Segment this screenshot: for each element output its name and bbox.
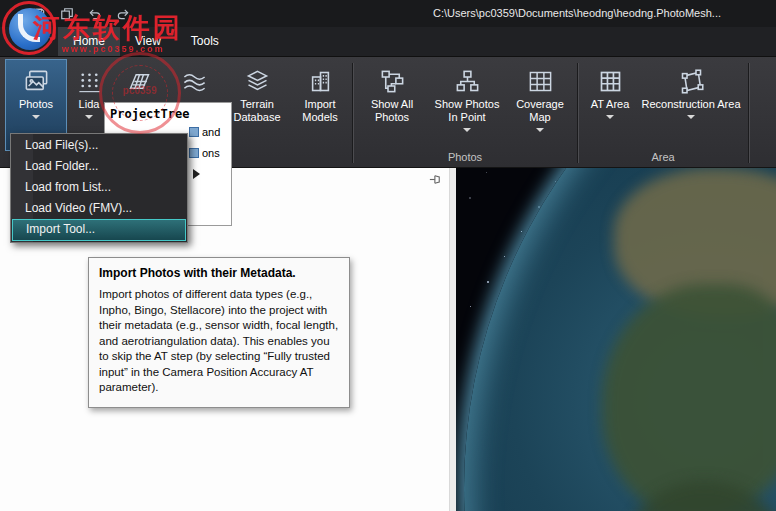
landmass-central	[602, 284, 776, 511]
tab-home[interactable]: Home	[58, 27, 120, 56]
menu-item-load-folder[interactable]: Load Folder...	[12, 156, 186, 177]
tab-tools[interactable]: Tools	[176, 27, 234, 56]
show-photos-in-point-button[interactable]: Show Photos In Point	[427, 60, 507, 150]
project-tree-title: ProjectTree	[105, 103, 231, 121]
titlebar: C:\Users\pc0359\Documents\heodng\heodng.…	[0, 0, 776, 27]
star	[470, 306, 471, 307]
coverage-map-button[interactable]: Coverage Map	[507, 60, 573, 150]
chevron-down-icon	[32, 115, 40, 119]
tooltip-body: Import photos of different data types (e…	[99, 287, 339, 396]
save-icon[interactable]	[30, 5, 47, 22]
at-area-icon	[597, 64, 624, 98]
tree-node-icon	[189, 127, 199, 137]
menu-item-load-from-list[interactable]: Load from List...	[12, 177, 186, 198]
ribbon-separator	[577, 63, 578, 163]
ribbon-group-area: AT Area Reconstruction Area Area	[582, 60, 744, 167]
star	[521, 231, 522, 232]
quick-access-toolbar	[30, 5, 131, 22]
ribbon-group-area-label: Area	[582, 150, 744, 167]
undo-icon[interactable]	[86, 5, 103, 22]
tab-view[interactable]: View	[120, 27, 176, 56]
at-area-button[interactable]: AT Area	[582, 60, 638, 150]
coverage-map-icon	[527, 64, 554, 98]
tooltip-title: Import Photos with their Metadata.	[99, 266, 339, 280]
at-area-label: AT Area	[591, 98, 630, 111]
star	[487, 281, 489, 283]
ribbon-tabbar: Home View Tools	[0, 27, 776, 56]
star	[486, 172, 487, 173]
ribbon-group-photos-label: Photos	[357, 150, 573, 167]
show-photos-in-point-label: Show Photos In Point	[430, 98, 504, 124]
photos-dropdown-menu: Load File(s)... Load Folder... Load from…	[10, 133, 188, 243]
chevron-down-icon	[536, 128, 544, 132]
show-photos-in-point-icon	[454, 64, 481, 98]
window-icon[interactable]	[58, 5, 75, 22]
pin-icon[interactable]	[428, 172, 443, 191]
reconstruction-area-button[interactable]: Reconstruction Area	[638, 60, 744, 150]
reconstruction-area-icon	[678, 64, 705, 98]
panel-splitter[interactable]	[449, 168, 456, 511]
grid-3d-icon	[126, 64, 153, 98]
terrain-database-label: Terrain Database	[225, 98, 289, 124]
tree-node-icon	[189, 148, 199, 158]
chevron-down-icon	[85, 115, 93, 119]
import-models-label: Import Models	[295, 98, 345, 124]
terrain-waves-icon	[181, 64, 208, 98]
show-all-photos-icon	[379, 64, 406, 98]
ribbon-separator	[352, 63, 353, 163]
show-all-photos-label: Show All Photos	[360, 98, 424, 124]
chevron-down-icon	[606, 115, 614, 119]
terrain-database-button[interactable]: Terrain Database	[222, 60, 292, 150]
ribbon-separator	[748, 63, 749, 163]
chevron-down-icon	[463, 128, 471, 132]
import-models-button[interactable]: Import Models	[292, 60, 348, 150]
globe-viewport[interactable]	[456, 168, 776, 511]
tree-item-label: and	[202, 126, 220, 138]
coverage-map-label: Coverage Map	[510, 98, 570, 124]
ribbon-group-photos: Show All Photos Show Photos In Point Cov…	[357, 60, 573, 167]
lidar-button-label: Lida	[79, 98, 100, 111]
database-layers-icon	[244, 64, 271, 98]
reconstruction-area-label: Reconstruction Area	[641, 98, 740, 111]
document-path: C:\Users\pc0359\Documents\heodng\heodng.…	[433, 7, 721, 19]
show-all-photos-button[interactable]: Show All Photos	[357, 60, 427, 150]
menu-item-load-files[interactable]: Load File(s)...	[12, 135, 186, 156]
menu-item-load-video[interactable]: Load Video (FMV)...	[12, 198, 186, 219]
lidar-icon	[76, 64, 103, 98]
tree-item-label: ons	[202, 147, 220, 159]
menu-item-import-tool[interactable]: Import Tool...	[12, 219, 186, 241]
star	[504, 256, 505, 257]
expand-arrow-icon[interactable]	[193, 169, 200, 179]
import-tool-tooltip: Import Photos with their Metadata. Impor…	[88, 257, 350, 408]
photos-button-label: Photos	[19, 98, 53, 111]
photos-icon	[23, 64, 50, 98]
redo-icon[interactable]	[114, 5, 131, 22]
star	[469, 197, 471, 199]
buildings-icon	[307, 64, 334, 98]
chevron-down-icon	[687, 115, 695, 119]
